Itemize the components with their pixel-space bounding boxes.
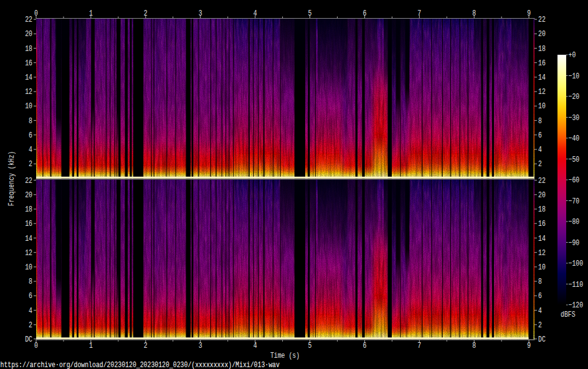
svg-text:−20: −20 [569, 93, 580, 101]
svg-text:6: 6 [363, 9, 366, 18]
svg-text:12: 12 [25, 88, 32, 96]
svg-text:8: 8 [29, 278, 32, 286]
svg-text:3: 3 [199, 9, 202, 18]
svg-text:6: 6 [29, 131, 32, 140]
svg-text:−30: −30 [569, 114, 580, 123]
svg-text:2: 2 [538, 321, 542, 330]
svg-text:−70: −70 [569, 197, 580, 206]
svg-text:8: 8 [472, 9, 476, 18]
svg-text:2: 2 [144, 342, 148, 350]
svg-text:10: 10 [25, 102, 32, 111]
svg-text:22: 22 [25, 177, 32, 185]
svg-text:10: 10 [538, 102, 546, 111]
svg-text:20: 20 [538, 30, 546, 39]
svg-text:DC: DC [538, 335, 546, 344]
svg-text:2: 2 [144, 9, 148, 18]
svg-text:1: 1 [89, 9, 93, 18]
svg-text:16: 16 [25, 220, 32, 228]
svg-text:18: 18 [538, 205, 546, 214]
svg-text:8: 8 [538, 117, 542, 126]
svg-text:10: 10 [538, 263, 546, 272]
svg-text:+0: +0 [569, 51, 576, 60]
svg-text:6: 6 [363, 342, 366, 350]
svg-text:1: 1 [89, 342, 93, 350]
svg-text:−100: −100 [569, 259, 584, 268]
svg-text:22: 22 [538, 177, 546, 185]
svg-text:14: 14 [538, 235, 546, 243]
svg-text:12: 12 [538, 249, 546, 258]
svg-text:6: 6 [29, 292, 32, 301]
svg-text:2: 2 [538, 160, 542, 169]
svg-text:14: 14 [538, 73, 546, 82]
svg-text:0: 0 [34, 342, 38, 350]
svg-text:7: 7 [417, 342, 421, 350]
svg-text:12: 12 [25, 249, 32, 258]
svg-text:Time (s): Time (s) [270, 352, 300, 360]
svg-text:4: 4 [254, 342, 257, 350]
svg-text:8: 8 [538, 278, 542, 286]
svg-text:https://archive·org/download/2: https://archive·org/download/20230120_20… [1, 361, 280, 369]
svg-text:Frequency (kHz): Frequency (kHz) [7, 151, 16, 207]
svg-text:22: 22 [538, 16, 546, 24]
svg-text:4: 4 [29, 146, 32, 154]
svg-text:20: 20 [25, 191, 32, 200]
svg-text:8: 8 [29, 117, 32, 126]
svg-text:9: 9 [527, 342, 531, 350]
svg-text:4: 4 [538, 307, 542, 315]
svg-text:16: 16 [538, 220, 546, 228]
svg-text:2: 2 [29, 160, 32, 169]
svg-text:16: 16 [25, 59, 32, 68]
svg-text:20: 20 [25, 30, 32, 39]
svg-text:−50: −50 [569, 156, 580, 164]
svg-text:8: 8 [472, 342, 476, 350]
svg-text:16: 16 [538, 59, 546, 68]
svg-text:−90: −90 [569, 239, 580, 248]
svg-text:5: 5 [308, 9, 312, 18]
svg-text:7: 7 [417, 9, 421, 18]
svg-text:20: 20 [538, 191, 546, 200]
svg-text:2: 2 [29, 321, 32, 330]
svg-text:5: 5 [308, 342, 312, 350]
svg-text:4: 4 [538, 146, 542, 154]
svg-text:6: 6 [538, 131, 542, 140]
svg-text:18: 18 [25, 45, 32, 54]
svg-text:4: 4 [29, 307, 32, 315]
svg-text:14: 14 [25, 235, 32, 243]
svg-text:−110: −110 [569, 281, 584, 289]
svg-text:−80: −80 [569, 218, 580, 227]
svg-text:12: 12 [538, 88, 546, 96]
svg-text:18: 18 [25, 205, 32, 214]
svg-text:22: 22 [25, 16, 32, 24]
svg-text:4: 4 [254, 9, 257, 18]
svg-text:−120: −120 [569, 301, 584, 310]
svg-text:10: 10 [25, 263, 32, 272]
svg-text:18: 18 [538, 45, 546, 54]
svg-text:0: 0 [34, 9, 38, 18]
svg-text:14: 14 [25, 73, 32, 82]
svg-text:DC: DC [25, 335, 32, 344]
svg-text:−10: −10 [569, 72, 580, 81]
svg-text:9: 9 [527, 9, 531, 18]
svg-text:6: 6 [538, 292, 542, 301]
svg-text:dBFS: dBFS [561, 311, 576, 319]
svg-text:3: 3 [199, 342, 202, 350]
svg-text:−40: −40 [569, 134, 580, 143]
svg-text:−60: −60 [569, 176, 580, 185]
